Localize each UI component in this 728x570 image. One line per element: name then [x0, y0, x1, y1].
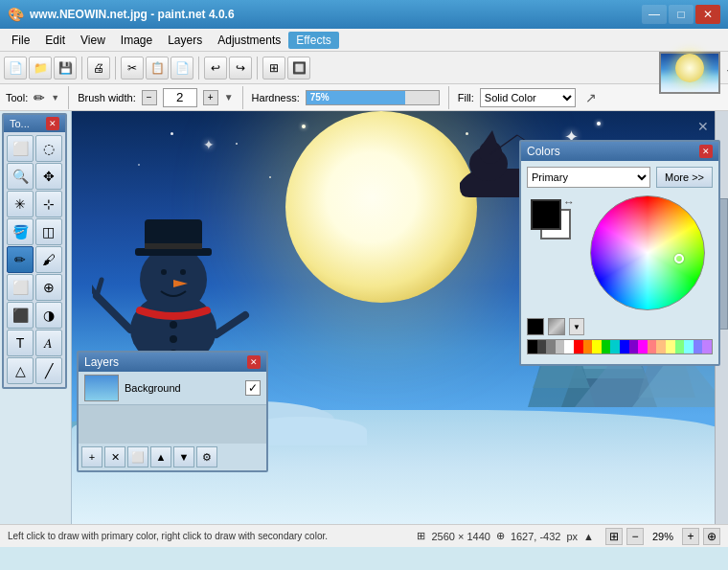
svg-point-65	[170, 321, 177, 329]
palette-orange[interactable]	[583, 340, 593, 353]
colors-close-button[interactable]: ✕	[699, 145, 713, 158]
brush-width-dec[interactable]: −	[142, 90, 157, 105]
palette-lightgreen[interactable]	[675, 340, 685, 353]
save-button[interactable]: 💾	[54, 57, 77, 80]
palette-white[interactable]	[564, 340, 574, 353]
tool-text[interactable]: T	[7, 330, 34, 356]
menu-edit[interactable]: Edit	[37, 32, 73, 49]
layer-visible-check[interactable]: ✓	[245, 380, 261, 396]
maximize-button[interactable]: □	[669, 5, 694, 24]
svg-point-58	[161, 269, 167, 275]
brush-width-dropdown[interactable]: ▼	[224, 92, 234, 103]
tool-eraser[interactable]: ⬜	[7, 274, 34, 301]
color-mode-select[interactable]: Primary Secondary	[527, 167, 650, 188]
image-dimensions: 2560 × 1440	[431, 531, 489, 542]
palette-gray[interactable]	[546, 340, 556, 353]
menu-file[interactable]: File	[4, 32, 37, 49]
close-button[interactable]: ✕	[695, 5, 720, 24]
options-separator-2	[242, 86, 243, 109]
tool-smudge[interactable]: ◑	[35, 302, 62, 329]
delete-layer-button[interactable]: ✕	[104, 446, 125, 467]
menu-layers[interactable]: Layers	[160, 32, 210, 49]
tool-paintbrush[interactable]: 🖌	[35, 246, 62, 273]
palette-silver[interactable]	[556, 340, 565, 353]
menu-image[interactable]: Image	[113, 32, 160, 49]
tool-move-selection[interactable]: ⊹	[35, 191, 62, 217]
duplicate-layer-button[interactable]: ⬜	[127, 446, 148, 467]
tool-magic-wand[interactable]: ✳	[7, 191, 34, 217]
palette-yellow[interactable]	[592, 340, 602, 353]
tool-pencil[interactable]: ✏	[7, 246, 34, 273]
minimize-button[interactable]: —	[642, 5, 667, 24]
fill-select[interactable]: Solid Color No Fill Linear Gradient Radi…	[480, 88, 576, 107]
color-button[interactable]: 🔲	[287, 57, 310, 80]
copy-button[interactable]: 📋	[146, 57, 169, 80]
move-layer-down-button[interactable]: ▼	[173, 446, 194, 467]
palette-lightyellow[interactable]	[666, 340, 675, 353]
tool-select-rect[interactable]: ⬜	[7, 135, 34, 162]
redo-button[interactable]: ↪	[229, 57, 252, 80]
thumbnail-dropdown[interactable]: ▼	[724, 65, 728, 80]
move-layer-up-button[interactable]: ▲	[150, 446, 171, 467]
tool-move[interactable]: ✥	[35, 163, 62, 190]
tool-zoom[interactable]: 🔍	[7, 163, 34, 190]
tool-dropdown-arrow[interactable]: ▼	[51, 93, 59, 103]
palette-peach[interactable]	[656, 340, 666, 353]
swatch-dropdown[interactable]: ▼	[569, 318, 584, 335]
layer-properties-button[interactable]: ⚙	[196, 446, 217, 467]
brush-width-inc[interactable]: +	[203, 90, 218, 105]
new-button[interactable]: 📄	[4, 57, 27, 80]
tool-recolor[interactable]: ⬛	[7, 302, 34, 329]
palette-lightblue[interactable]	[694, 340, 703, 353]
tool-shapes[interactable]: △	[7, 357, 34, 384]
menu-adjustments[interactable]: Adjustments	[210, 32, 288, 49]
palette-cyan[interactable]	[610, 340, 620, 353]
tool-gradient[interactable]: ◫	[35, 218, 62, 245]
zoom-in-button[interactable]: +	[682, 528, 699, 545]
primary-color-box[interactable]	[531, 199, 561, 230]
tool-lasso[interactable]: ◌	[35, 135, 62, 162]
palette-green[interactable]	[602, 340, 611, 353]
layer-item[interactable]: Background ✓	[79, 372, 266, 405]
brush-width-input[interactable]	[163, 88, 197, 107]
color-boxes: ↔	[527, 195, 575, 243]
swap-colors-arrow[interactable]: ↔	[563, 195, 575, 209]
gradient-swatch[interactable]	[548, 318, 565, 335]
tool-ellipse[interactable]: 𝐴	[35, 330, 62, 356]
tools-panel-close[interactable]: ✕	[46, 117, 59, 130]
options-separator-1	[68, 86, 69, 109]
palette-blue[interactable]	[620, 340, 629, 353]
palette-pink[interactable]	[648, 340, 657, 353]
menu-view[interactable]: View	[73, 32, 113, 49]
layers-close-button[interactable]: ✕	[247, 355, 261, 369]
palette-magenta[interactable]	[638, 340, 648, 353]
palette-darkgray[interactable]	[537, 340, 547, 353]
menu-effects[interactable]: Effects	[288, 32, 338, 49]
add-layer-button[interactable]: +	[81, 446, 102, 467]
undo-button[interactable]: ↩	[204, 57, 227, 80]
palette-lavender[interactable]	[702, 340, 712, 353]
units-label: px	[566, 531, 578, 542]
palette-red[interactable]	[574, 340, 583, 353]
main-area: To... ✕ ⬜ ◌ 🔍 ✥ ✳ ⊹ 🪣 ◫ ✏ 🖌 ⬜ ⊕ ⬛ ◑ T 𝐴	[0, 111, 728, 547]
tool-paint-bucket[interactable]: 🪣	[7, 218, 34, 245]
tool-line[interactable]: ╱	[35, 357, 62, 384]
zoom-fit-button[interactable]: ⊕	[703, 528, 720, 545]
black-swatch[interactable]	[527, 318, 544, 335]
tool-clone-stamp[interactable]: ⊕	[35, 274, 62, 301]
print-button[interactable]: 🖨	[87, 57, 110, 80]
open-button[interactable]: 📁	[29, 57, 52, 80]
palette-black[interactable]	[528, 340, 537, 353]
color-wheel[interactable]	[590, 195, 705, 310]
paste-button[interactable]: 📄	[171, 57, 193, 80]
more-colors-button[interactable]: More >>	[656, 167, 713, 188]
palette-lightcyan[interactable]	[684, 340, 694, 353]
cut-button[interactable]: ✂	[121, 57, 144, 80]
grid-button[interactable]: ⊞	[262, 57, 285, 80]
palette-purple[interactable]	[629, 340, 639, 353]
tools-panel-header: To... ✕	[4, 115, 65, 132]
fit-button[interactable]: ⊞	[605, 528, 623, 545]
hardness-bar[interactable]: 75%	[306, 90, 440, 105]
zoom-out-button[interactable]: −	[626, 528, 644, 545]
image-thumbnail	[659, 52, 720, 94]
